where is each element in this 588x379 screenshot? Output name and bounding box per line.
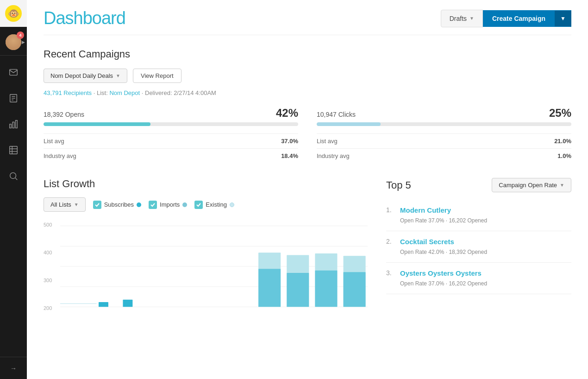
svg-rect-7 — [16, 120, 18, 128]
top5-header: Top 5 Campaign Open Rate ▼ — [386, 178, 571, 192]
opens-list-avg-val: 37.0% — [281, 138, 298, 145]
app-logo: 🐵 — [0, 0, 27, 27]
clicks-bar-fill — [317, 122, 381, 126]
top5-rank-3: 3. — [386, 269, 394, 287]
svg-rect-20 — [99, 302, 108, 307]
clicks-count: 10,947 — [317, 111, 337, 118]
recipients-link[interactable]: 43,791 Recipients — [44, 89, 94, 96]
svg-rect-8 — [10, 146, 18, 154]
opens-label: 18,392 Opens — [44, 111, 84, 118]
clicks-industry-avg-val: 1.0% — [557, 152, 571, 159]
all-lists-chevron-icon: ▼ — [74, 202, 79, 207]
main-content: Dashboard Drafts ▼ Create Campaign ▼ Rec… — [27, 0, 588, 379]
opens-word: Opens — [65, 111, 84, 118]
svg-line-13 — [15, 178, 17, 180]
opens-bar-fill — [44, 122, 150, 126]
campaign-controls: Nom Depot Daily Deals ▼ View Report — [44, 69, 571, 83]
opens-bar-bg — [44, 122, 298, 126]
clicks-word: Clicks — [338, 111, 356, 118]
top5-name-3[interactable]: Oysters Oysters Oysters — [400, 269, 487, 277]
top5-stats-2: Open Rate 42.0% · 18,392 Opened — [400, 249, 487, 255]
existing-checkbox[interactable]: Existing — [194, 201, 234, 209]
campaign-name-label: Nom Depot Daily Deals — [50, 72, 113, 79]
existing-label: Existing — [206, 201, 227, 208]
chart-wrapper: 500 400 300 200 — [44, 220, 368, 313]
clicks-list-avg-label: List avg — [317, 138, 338, 145]
list-link[interactable]: Nom Depot — [109, 89, 141, 96]
svg-rect-21 — [123, 300, 132, 307]
user-avatar-container[interactable]: 4 ▶ — [0, 29, 27, 56]
clicks-header: 10,947 Clicks 25% — [317, 107, 571, 120]
sidebar-item-search[interactable] — [0, 164, 27, 188]
subscribes-label: Subscribes — [104, 201, 134, 208]
list-name: Nom Depot — [109, 89, 140, 96]
sidebar: 🐵 4 ▶ — [0, 0, 27, 379]
top5-rank-2: 2. — [386, 238, 394, 256]
page-title: Dashboard — [44, 8, 125, 28]
clicks-pct: 25% — [549, 107, 571, 120]
sidebar-item-campaigns[interactable] — [0, 60, 27, 84]
top5-item-2: 2. Cocktail Secrets Open Rate 42.0% · 18… — [386, 231, 571, 263]
top5-name-2[interactable]: Cocktail Secrets — [400, 238, 487, 246]
top5-rank-1: 1. — [386, 206, 394, 224]
svg-rect-5 — [10, 124, 12, 128]
recent-campaigns-title: Recent Campaigns — [44, 48, 571, 60]
opens-count: 18,392 — [44, 111, 63, 118]
svg-rect-6 — [13, 122, 14, 128]
clicks-list-avg-row: List avg 21.0% — [317, 133, 571, 148]
bottom-grid: List Growth All Lists ▼ Subscribes — [44, 178, 571, 313]
filter-controls: All Lists ▼ Subscribes Imports — [44, 197, 368, 212]
create-campaign-button[interactable]: Create Campaign — [483, 10, 555, 27]
collapse-icon: → — [10, 365, 17, 372]
create-campaign-caret-button[interactable]: ▼ — [555, 11, 571, 26]
top5-stats-1: Open Rate 37.0% · 16,202 Opened — [400, 217, 487, 224]
campaign-meta: 43,791 Recipients · List: Nom Depot · De… — [44, 89, 571, 96]
sidebar-item-analytics[interactable] — [0, 112, 27, 136]
clicks-industry-avg-label: Industry avg — [317, 152, 350, 159]
opens-pct: 42% — [276, 107, 298, 120]
view-report-button[interactable]: View Report — [133, 69, 181, 83]
top5-stats-3: Open Rate 37.0% · 16,202 Opened — [400, 280, 487, 287]
clicks-label: 10,947 Clicks — [317, 111, 356, 118]
opens-list-avg-label: List avg — [44, 138, 64, 145]
sidebar-collapse[interactable]: → — [0, 357, 27, 379]
campaign-select-chevron-icon: ▼ — [116, 73, 120, 78]
top5-info-3: Oysters Oysters Oysters Open Rate 37.0% … — [400, 269, 487, 287]
svg-point-12 — [10, 173, 16, 179]
top5-name-1[interactable]: Modern Cutlery — [400, 206, 487, 214]
svg-rect-25 — [287, 273, 309, 307]
imports-tick-icon — [149, 201, 157, 209]
notification-badge: 4 — [17, 32, 24, 39]
opens-industry-avg-val: 18.4% — [281, 152, 298, 159]
list-growth-header: List Growth — [44, 178, 368, 190]
top5-info-2: Cocktail Secrets Open Rate 42.0% · 18,39… — [400, 238, 487, 256]
opens-industry-avg-row: Industry avg 18.4% — [44, 148, 298, 163]
all-lists-button[interactable]: All Lists ▼ — [44, 197, 86, 212]
sidebar-item-reports[interactable] — [0, 86, 27, 110]
header-actions: Drafts ▼ Create Campaign ▼ — [441, 10, 571, 27]
top5-item-1: 1. Modern Cutlery Open Rate 37.0% · 16,2… — [386, 200, 571, 231]
imports-label: Imports — [160, 201, 180, 208]
campaign-rate-button[interactable]: Campaign Open Rate ▼ — [492, 178, 571, 192]
imports-checkbox[interactable]: Imports — [149, 201, 187, 209]
campaign-select-button[interactable]: Nom Depot Daily Deals ▼ — [44, 69, 127, 83]
opens-industry-avg-label: Industry avg — [44, 152, 76, 159]
top5-title: Top 5 — [386, 179, 411, 191]
campaign-rate-chevron-icon: ▼ — [560, 183, 564, 188]
drafts-label: Drafts — [450, 15, 467, 22]
drafts-button[interactable]: Drafts ▼ — [441, 10, 483, 27]
recent-campaigns-section: Recent Campaigns Nom Depot Daily Deals ▼… — [44, 48, 571, 163]
svg-rect-27 — [315, 271, 337, 307]
sidebar-nav — [0, 56, 27, 357]
top5-panel: Top 5 Campaign Open Rate ▼ 1. Modern Cut… — [386, 178, 571, 313]
existing-dot-icon — [230, 202, 234, 207]
chart-y-labels: 500 400 300 200 — [44, 220, 52, 313]
sidebar-item-lists[interactable] — [0, 138, 27, 162]
opens-header: 18,392 Opens 42% — [44, 107, 298, 120]
clicks-industry-avg-row: Industry avg 1.0% — [317, 148, 571, 163]
list-growth-chart — [60, 220, 368, 313]
top5-item-3: 3. Oysters Oysters Oysters Open Rate 37.… — [386, 263, 571, 294]
subscribes-checkbox[interactable]: Subscribes — [93, 201, 141, 209]
svg-rect-0 — [10, 69, 18, 76]
create-campaign-container: Create Campaign ▼ — [483, 10, 571, 27]
